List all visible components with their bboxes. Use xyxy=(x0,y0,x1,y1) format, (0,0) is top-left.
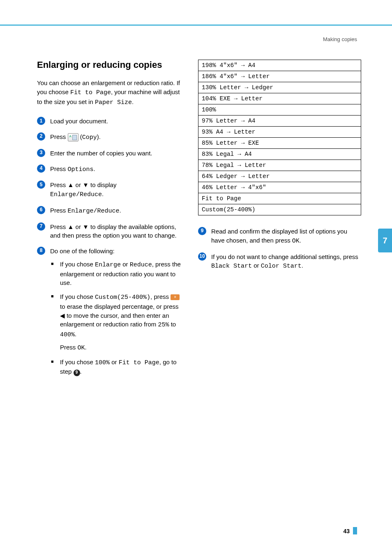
left-arrow-icon: ◀ xyxy=(60,312,65,319)
step-badge-7: 7 xyxy=(37,222,45,231)
step-6-dot: . xyxy=(120,207,121,214)
ratio-cell: 64% Ledger → Letter xyxy=(198,171,361,182)
ratio-cell: 85% Letter → EXE xyxy=(198,138,361,149)
table-row: Custom(25-400%) xyxy=(198,204,361,215)
bullet-2: If you chose Custom(25-400%), press to e… xyxy=(60,292,185,353)
step-10-black: Black Start xyxy=(211,263,252,270)
up-arrow-icon: ▲ xyxy=(68,181,74,188)
table-row: 85% Letter → EXE xyxy=(198,138,361,149)
step-8-text: Do one of the following: xyxy=(50,247,115,254)
top-rule xyxy=(0,25,392,25)
step-7: 7 Press ▲ or ▼ to display the available … xyxy=(37,222,185,240)
step-7-body: Press ▲ or ▼ to display the available op… xyxy=(50,222,185,240)
ratio-cell: 78% Legal → Letter xyxy=(198,160,361,171)
table-row: 93% A4 → Letter xyxy=(198,127,361,138)
step-4-press: Press xyxy=(50,165,68,172)
b2-ok: OK xyxy=(78,345,85,352)
left-column: Enlarging or reducing copies You can cho… xyxy=(37,60,185,388)
b2-e: to move the cursor, and then enter an en… xyxy=(60,312,169,328)
step-2-press: Press xyxy=(50,133,68,140)
section-header: Making copies xyxy=(323,36,357,42)
b3-or: or xyxy=(110,358,119,365)
step-9-ok: OK xyxy=(292,238,300,245)
ratio-cell: 130% Letter → Ledger xyxy=(198,82,361,93)
b2-d: to erase the displayed percentage, or pr… xyxy=(60,303,179,310)
step-4-dot: . xyxy=(94,165,95,172)
ratio-cell: 100% xyxy=(198,104,361,116)
step-1: 1 Load your document. xyxy=(37,117,185,126)
table-row: 78% Legal → Letter xyxy=(198,160,361,171)
step-6-body: Press Enlarge/Reduce. xyxy=(50,206,185,216)
step-badge-9: 9 xyxy=(198,227,206,235)
step-5-er: Enlarge/Reduce xyxy=(50,191,102,198)
ratio-cell: Custom(25-400%) xyxy=(198,204,361,215)
step-9: 9 Read and confirm the displayed list of… xyxy=(198,227,361,246)
b2-dot: . xyxy=(75,331,76,338)
table-row: 97% Letter → A4 xyxy=(198,116,361,127)
step-6-er: Enlarge/Reduce xyxy=(68,208,120,215)
step-5-or: or xyxy=(74,181,83,188)
step-badge-1: 1 xyxy=(37,117,45,125)
step-5-press: Press xyxy=(50,181,68,188)
step-badge-4: 4 xyxy=(37,164,45,173)
b2-400: 400% xyxy=(60,331,75,338)
step-badge-10: 10 xyxy=(198,252,206,261)
footer: 43 xyxy=(343,527,357,534)
bullet-1: If you chose Enlarge or Reduce, press th… xyxy=(60,260,185,287)
step-8-body: Do one of the following: If you chose En… xyxy=(50,247,185,381)
b3-100: 100% xyxy=(95,359,110,366)
b2-custom: Custom(25-400%) xyxy=(95,294,150,301)
ratio-tbody: 198% 4"x6" → A4 186% 4"x6" → Letter 130%… xyxy=(198,60,361,215)
up-arrow-icon-2: ▲ xyxy=(68,223,74,230)
b2-press: Press xyxy=(60,344,78,351)
step-5: 5 Press ▲ or ▼ to display Enlarge/Reduce… xyxy=(37,180,185,199)
step-7-press: Press xyxy=(50,223,68,230)
step-6: 6 Press Enlarge/Reduce. xyxy=(37,206,185,216)
step-5-todisp: to display xyxy=(89,181,117,188)
down-arrow-icon-2: ▼ xyxy=(83,223,89,230)
erase-icon xyxy=(171,294,180,300)
content-columns: Enlarging or reducing copies You can cho… xyxy=(37,60,361,388)
b3-dot: . xyxy=(80,368,82,375)
ratio-cell: 104% EXE → Letter xyxy=(198,93,361,104)
step-10-or: or xyxy=(252,262,261,269)
step-badge-8: 8 xyxy=(37,247,45,255)
step-10-color: Color Start xyxy=(261,263,302,270)
b2-c: , press xyxy=(150,293,171,300)
copy-icon xyxy=(68,133,78,141)
b3-a: If you chose xyxy=(60,358,95,365)
intro-text3: . xyxy=(132,98,134,105)
intro-fit: Fit to Page xyxy=(70,89,111,96)
step-8-bullets: If you chose Enlarge or Reduce, press th… xyxy=(50,260,185,376)
step-10-text: If you do not want to change additional … xyxy=(211,253,358,260)
right-column: 198% 4"x6" → A4 186% 4"x6" → Letter 130%… xyxy=(198,60,361,388)
step-10-body: If you do not want to change additional … xyxy=(211,252,361,271)
step-7-or: or xyxy=(74,223,83,230)
b2-a: If you chose xyxy=(60,293,95,300)
b2-dot2: . xyxy=(85,344,87,351)
step-9-body: Read and confirm the displayed list of o… xyxy=(211,227,361,246)
down-arrow-icon: ▼ xyxy=(83,181,89,188)
page-number: 43 xyxy=(343,528,350,534)
intro-paragraph: You can choose an enlargement or reducti… xyxy=(37,79,185,107)
bullet-3: If you chose 100% or Fit to Page, go to … xyxy=(60,358,185,377)
step-5-dot: . xyxy=(102,190,104,197)
step-2-copy: Copy xyxy=(82,134,97,141)
table-row: 100% xyxy=(198,104,361,116)
step-badge-6: 6 xyxy=(37,206,45,214)
step-4: 4 Press Options. xyxy=(37,164,185,174)
b2-to: to xyxy=(169,321,176,328)
step-6-press: Press xyxy=(50,207,68,214)
intro-papersize: Paper Size xyxy=(95,99,132,106)
step-8: 8 Do one of the following: If you chose … xyxy=(37,247,185,381)
b1-enlarge: Enlarge xyxy=(95,261,121,268)
b1-reduce: Reduce xyxy=(130,261,152,268)
ratio-cell: 46% Letter → 4"x6" xyxy=(198,182,361,193)
step-4-options: Options xyxy=(68,166,94,173)
step-9-dot: . xyxy=(300,237,301,244)
step-badge-5: 5 xyxy=(37,180,45,189)
step-9-text: Read and confirm the displayed list of o… xyxy=(211,228,347,244)
ratio-cell: 83% Legal → A4 xyxy=(198,149,361,160)
step-10: 10 If you do not want to change addition… xyxy=(198,252,361,271)
step-3-text: Enter the number of copies you want. xyxy=(50,149,185,158)
